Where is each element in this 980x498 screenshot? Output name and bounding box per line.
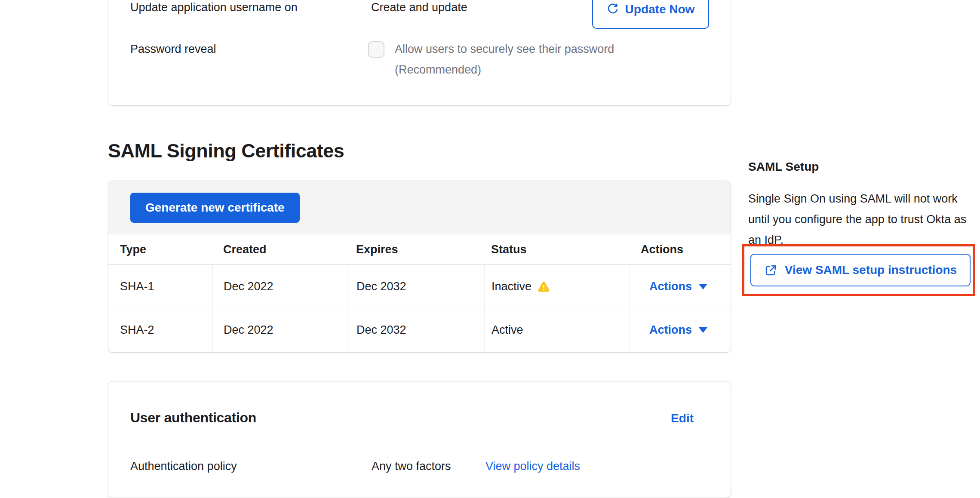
cert-type: SHA-1 [108, 265, 212, 308]
table-row: SHA-2 Dec 2022 Dec 2032 Active Actions [108, 308, 731, 351]
certificates-table: Type Created Expires Status Actions SHA-… [108, 234, 731, 351]
actions-label: Actions [649, 280, 692, 293]
generate-certificate-button[interactable]: Generate new certificate [130, 193, 300, 223]
cert-expires: Dec 2032 [347, 308, 484, 351]
page-title: SAML Signing Certificates [108, 140, 344, 162]
password-reveal-checkbox[interactable] [368, 41, 384, 58]
cert-type: SHA-2 [108, 308, 212, 351]
view-saml-instructions-button[interactable]: View SAML setup instructions [750, 254, 971, 286]
password-reveal-option-line2: (Recommended) [395, 63, 481, 77]
edit-link[interactable]: Edit [671, 412, 694, 425]
saml-certificates-panel: Generate new certificate Type Created Ex… [108, 181, 731, 353]
password-reveal-option-line1: Allow users to securely see their passwo… [395, 42, 614, 56]
refresh-icon [607, 3, 619, 15]
saml-setup-sidebar: SAML Setup Single Sign On using SAML wil… [748, 160, 978, 262]
update-now-button[interactable]: Update Now [592, 0, 709, 29]
update-username-value: Create and update [371, 0, 467, 14]
cert-expires: Dec 2032 [347, 265, 484, 308]
header-type: Type [108, 234, 212, 264]
update-username-label: Update application username on [130, 0, 298, 14]
highlight-annotation: View SAML setup instructions [742, 244, 975, 296]
header-status: Status [484, 234, 630, 264]
actions-label: Actions [649, 323, 692, 337]
cert-created: Dec 2022 [212, 308, 347, 351]
cert-status: Active [484, 308, 630, 351]
cert-status: Inactive [484, 265, 630, 308]
app-settings-page: Update application username on Create an… [0, 0, 980, 498]
saml-setup-title: SAML Setup [748, 160, 978, 174]
status-text: Inactive [492, 280, 531, 293]
header-created: Created [212, 234, 347, 264]
table-row: SHA-1 Dec 2022 Dec 2032 Inactive Actions [108, 265, 731, 308]
header-expires: Expires [347, 234, 484, 264]
view-saml-instructions-label: View SAML setup instructions [785, 263, 957, 277]
external-link-icon [764, 264, 777, 277]
caret-down-icon [699, 284, 707, 289]
password-reveal-label: Password reveal [130, 42, 216, 56]
view-policy-details-link[interactable]: View policy details [485, 460, 580, 473]
authentication-policy-value: Any two factors [372, 460, 451, 473]
status-text: Active [492, 323, 523, 337]
sign-on-settings-box: Update application username on Create an… [108, 0, 731, 106]
panel-toolbar: Generate new certificate [108, 181, 731, 234]
header-actions: Actions [630, 234, 731, 264]
table-header-row: Type Created Expires Status Actions [108, 234, 731, 265]
cert-created: Dec 2022 [212, 265, 347, 308]
warning-icon [537, 280, 550, 293]
cert-actions-cell: Actions [630, 308, 731, 351]
cert-actions-cell: Actions [630, 265, 731, 308]
caret-down-icon [699, 327, 707, 333]
user-authentication-title: User authentication [130, 410, 256, 426]
authentication-policy-label: Authentication policy [130, 460, 237, 473]
actions-dropdown[interactable]: Actions [649, 280, 707, 293]
update-now-label: Update Now [625, 3, 695, 16]
actions-dropdown[interactable]: Actions [649, 323, 707, 337]
saml-setup-description: Single Sign On using SAML will not work … [748, 188, 973, 250]
user-authentication-panel: User authentication Edit Authentication … [108, 381, 731, 498]
